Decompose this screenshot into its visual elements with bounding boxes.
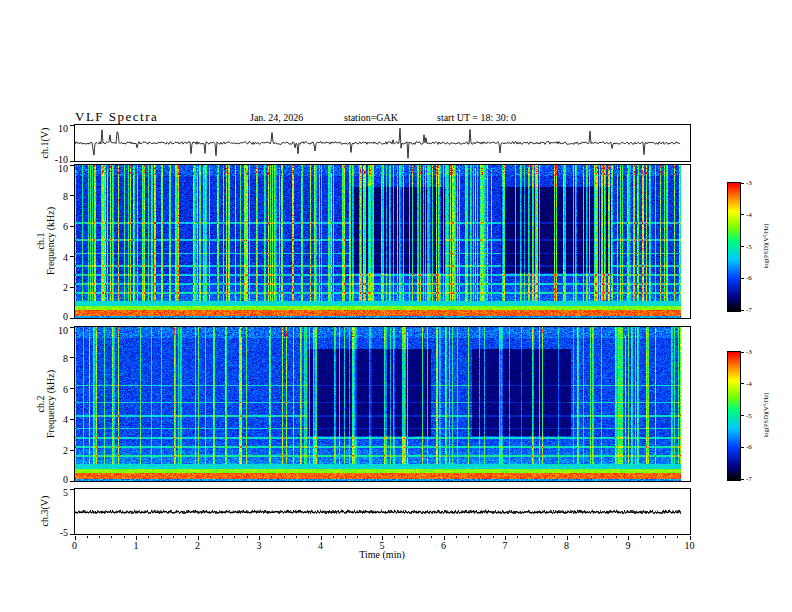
- y-tick-label: 0: [40, 311, 68, 322]
- ch1-waveform-canvas: [75, 125, 690, 161]
- colorbar-tick: [741, 183, 744, 184]
- y-tick: [70, 226, 74, 227]
- x-minor-tick: [493, 536, 494, 538]
- y-tick: [70, 419, 74, 420]
- colorbar-tick-label: -4: [746, 211, 752, 219]
- colorbar-tick: [741, 214, 744, 215]
- date-label: Jan. 24, 2026: [250, 112, 303, 123]
- ch3-waveform-canvas: [75, 489, 690, 534]
- x-tick-label: 7: [493, 540, 517, 551]
- colorbar-tick: [741, 352, 744, 353]
- ch2-spectrogram-panel: [74, 326, 691, 482]
- x-minor-tick: [247, 536, 248, 538]
- x-tick-label: 10: [678, 540, 702, 551]
- y-tick: [70, 388, 74, 389]
- colorbar-ch1-label: log(PSD)(V²/Hz): [761, 224, 771, 269]
- x-minor-tick: [530, 536, 531, 538]
- start-ut-label: start UT = 18: 30: 0: [437, 112, 516, 123]
- y-tick-label: 10: [40, 163, 68, 174]
- figure-title: VLF Spectra: [75, 109, 158, 125]
- y-tick: [70, 357, 74, 358]
- y-tick-label: 6: [40, 221, 68, 232]
- colorbar-ch2-label: log(PSD)(V²/Hz): [761, 393, 771, 438]
- colorbar-tick-label: -6: [746, 443, 752, 451]
- x-minor-tick: [124, 536, 125, 538]
- y-tick-label: -5: [40, 527, 68, 538]
- x-minor-tick: [517, 536, 518, 538]
- y-tick: [70, 165, 74, 166]
- y-tick-label: 10: [40, 325, 68, 336]
- x-tick-label: 6: [432, 540, 456, 551]
- y-tick-label: 5: [40, 487, 68, 498]
- x-tick-label: 5: [370, 540, 394, 551]
- ch2-spec-frequency-label: Frequency (kHz): [46, 370, 56, 438]
- y-tick: [70, 534, 74, 535]
- colorbar-ch1: [727, 182, 741, 312]
- x-minor-tick: [222, 536, 223, 538]
- colorbar-tick-label: -3: [746, 348, 752, 356]
- ch1-spectrogram-panel: [74, 164, 691, 319]
- x-minor-tick: [456, 536, 457, 538]
- x-minor-tick: [370, 536, 371, 538]
- y-tick: [70, 256, 74, 257]
- colorbar-ch1-canvas: [728, 183, 740, 311]
- x-minor-tick: [148, 536, 149, 538]
- colorbar-tick: [741, 246, 744, 247]
- ch2-frequency-axis-label: ch.2 Frequency (kHz): [36, 370, 56, 438]
- y-tick-label: 4: [40, 414, 68, 425]
- x-minor-tick: [542, 536, 543, 538]
- y-tick-label: 2: [40, 282, 68, 293]
- colorbar-tick: [741, 479, 744, 480]
- y-tick-label: 8: [40, 353, 68, 364]
- x-minor-tick: [591, 536, 592, 538]
- x-minor-tick: [357, 536, 358, 538]
- x-minor-tick: [308, 536, 309, 538]
- ch3-waveform-panel: [74, 488, 691, 535]
- ch1-spec-frequency-label: Frequency (kHz): [46, 207, 56, 275]
- x-tick-label: 2: [186, 540, 210, 551]
- y-tick: [70, 481, 74, 482]
- x-minor-tick: [173, 536, 174, 538]
- x-tick-label: 0: [63, 540, 87, 551]
- x-tick-label: 9: [616, 540, 640, 551]
- x-minor-tick: [640, 536, 641, 538]
- x-minor-tick: [284, 536, 285, 538]
- x-minor-tick: [333, 536, 334, 538]
- x-minor-tick: [111, 536, 112, 538]
- x-minor-tick: [468, 536, 469, 538]
- ch1-spectrogram-canvas: [75, 165, 690, 318]
- y-tick-label: 4: [40, 252, 68, 263]
- y-tick: [70, 489, 74, 490]
- x-minor-tick: [616, 536, 617, 538]
- x-minor-tick: [394, 536, 395, 538]
- x-tick-label: 3: [247, 540, 271, 551]
- x-minor-tick: [407, 536, 408, 538]
- x-minor-tick: [677, 536, 678, 538]
- y-tick: [70, 195, 74, 196]
- colorbar-tick-label: -7: [746, 475, 752, 483]
- colorbar-tick-label: -6: [746, 274, 752, 282]
- vlf-spectra-figure: VLF Spectra Jan. 24, 2026 station=GAK st…: [0, 0, 792, 612]
- x-minor-tick: [99, 536, 100, 538]
- y-tick: [70, 125, 74, 126]
- colorbar-tick: [741, 447, 744, 448]
- x-minor-tick: [87, 536, 88, 538]
- y-tick-label: 0: [40, 474, 68, 485]
- y-tick: [70, 161, 74, 162]
- colorbar-tick-label: -7: [746, 306, 752, 314]
- x-minor-tick: [210, 536, 211, 538]
- x-tick-label: 1: [124, 540, 148, 551]
- y-tick: [70, 318, 74, 319]
- x-minor-tick: [345, 536, 346, 538]
- y-tick: [70, 327, 74, 328]
- x-tick-label: 4: [309, 540, 333, 551]
- colorbar-tick: [741, 415, 744, 416]
- colorbar-tick: [741, 278, 744, 279]
- x-minor-tick: [185, 536, 186, 538]
- y-tick-label: 2: [40, 445, 68, 456]
- ch3-voltage-axis-label: ch.3(V): [40, 496, 50, 527]
- y-tick-label: 8: [40, 191, 68, 202]
- colorbar-tick: [741, 383, 744, 384]
- x-minor-tick: [480, 536, 481, 538]
- x-minor-tick: [234, 536, 235, 538]
